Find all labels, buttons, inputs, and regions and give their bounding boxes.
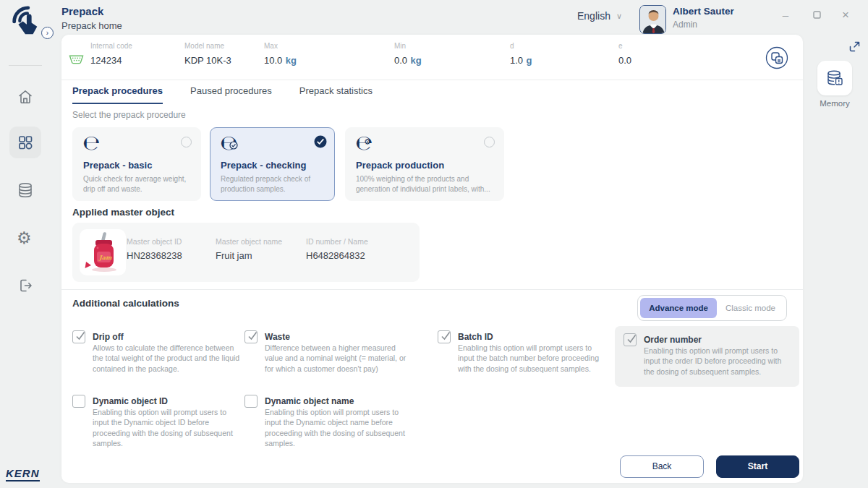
serial-connector-icon [69, 54, 84, 68]
field-value: KDP 10K-3 [184, 55, 231, 66]
checkbox-checked-icon[interactable] [244, 330, 258, 343]
field-label: e [618, 42, 631, 50]
option-description: Enabling this option will prompt users t… [644, 346, 793, 377]
tab-paused-procedures[interactable]: Paused procedures [190, 85, 272, 104]
sidebar-item-apps[interactable] [17, 134, 34, 151]
selected-check-badge [314, 135, 327, 148]
window-minimize-button[interactable]: – [778, 7, 793, 23]
procedure-card-production[interactable]: ℮ ⚙ Prepack production 100% weighing of … [345, 127, 504, 201]
option-dynamic-object-id: Dynamic object IDEnabling this option wi… [72, 394, 242, 449]
breadcrumb: Prepack home [61, 20, 122, 31]
left-sidebar: ⚙ KERN [0, 0, 51, 488]
field-unit: kg [286, 55, 297, 66]
device-field-max: Max 10.0 kg [264, 42, 297, 67]
sidebar-divider [9, 65, 42, 66]
device-field-d: d 1.0 g [510, 42, 532, 67]
additional-calculations-heading: Additional calculations [72, 298, 179, 309]
sidebar-item-settings[interactable]: ⚙ [17, 228, 32, 248]
option-title: Dynamic object name [265, 396, 354, 406]
master-object-name-field: Master object name Fruit jam [216, 237, 282, 262]
start-button[interactable]: Start [716, 455, 799, 478]
option-batch-id: Batch IDEnabling this option will prompt… [438, 330, 608, 374]
option-description: Enabling this option will prompt users t… [265, 407, 414, 449]
home-icon [17, 88, 34, 106]
option-description: Difference between a higher measured val… [265, 343, 414, 374]
procedure-card-basic[interactable]: ℮ Prepack - basic Quick check for averag… [72, 127, 201, 201]
expand-panel-button[interactable] [848, 40, 861, 53]
window-maximize-button[interactable] [809, 7, 825, 23]
field-label: Internal code [90, 42, 132, 50]
master-object-id-field: Master object ID HN28368238 [127, 237, 182, 262]
procedure-title: Prepack production [356, 160, 444, 171]
main-panel: Internal code 124234 Model name KDP 10K-… [61, 35, 803, 483]
checkbox-unchecked-icon[interactable] [244, 395, 258, 408]
field-unit: kg [411, 55, 422, 66]
procedure-card-checking[interactable]: ℮ Prepack - checking Regulated prepack c… [210, 127, 335, 201]
field-label: Master object name [216, 237, 282, 246]
sidebar-item-home[interactable] [17, 88, 34, 106]
option-waste: WasteDifference between a higher measure… [244, 330, 414, 374]
language-selector[interactable]: English ∨ [577, 10, 622, 22]
option-title: Waste [265, 332, 290, 342]
field-label: d [510, 42, 532, 50]
expand-icon [848, 40, 861, 53]
option-title: Batch ID [458, 332, 493, 342]
field-label: Model name [184, 42, 231, 50]
field-value: 0.0 [394, 55, 407, 66]
gear-mini-icon: ⚙ [364, 137, 371, 147]
chevron-right-icon: › [46, 29, 48, 37]
sidebar-item-logout[interactable] [17, 277, 34, 294]
field-value: 10.0 [264, 55, 282, 66]
classic-mode-button[interactable]: Classic mode [717, 298, 784, 318]
option-drip-off: Drip offAllows to calculate the differen… [72, 330, 242, 374]
field-label: ID number / Name [306, 237, 368, 246]
procedure-description: 100% weighing of the products and genera… [356, 174, 498, 194]
field-label: Min [394, 42, 422, 50]
back-button[interactable]: Back [620, 455, 704, 478]
option-title: Drip off [93, 332, 124, 342]
app-touch-logo-icon [9, 4, 42, 40]
device-field-internal-code: Internal code 124234 [90, 42, 132, 67]
checkbox-unchecked-icon[interactable] [72, 395, 85, 408]
master-object-idnumber-field: ID number / Name H6482864832 [306, 237, 368, 262]
checkbox-checked-icon[interactable] [72, 330, 85, 343]
sidebar-item-database[interactable] [17, 181, 34, 199]
gear-icon: ⚙ [17, 228, 32, 247]
memory-button[interactable] [817, 61, 852, 95]
divider [61, 80, 803, 80]
tab-bar: Prepack procedures Paused procedures Pre… [72, 85, 373, 104]
option-title: Order number [644, 335, 702, 345]
svg-text:Jam: Jam [98, 254, 112, 261]
user-role: Admin [673, 20, 697, 30]
advance-mode-button[interactable]: Advance mode [640, 298, 717, 318]
maximize-icon [813, 11, 821, 19]
checkbox-checked-icon[interactable] [624, 333, 637, 346]
field-label: Max [264, 42, 297, 50]
procedure-description: Quick check for average weight, drip off… [83, 174, 195, 194]
e-sign-icon: ℮ [82, 131, 100, 155]
device-field-min: Min 0.0 kg [394, 42, 422, 67]
memory-label: Memory [809, 99, 861, 108]
field-value: HN28368238 [127, 250, 182, 261]
sidebar-collapse-button[interactable]: › [41, 27, 54, 39]
divider [61, 289, 803, 290]
database-icon [17, 181, 34, 199]
kern-brand-logo: KERN [6, 467, 40, 481]
option-title: Dynamic object ID [93, 396, 168, 406]
tab-prepack-procedures[interactable]: Prepack procedures [72, 85, 163, 104]
apps-grid-icon [17, 134, 34, 151]
memory-database-icon [825, 69, 844, 87]
field-value: H6482864832 [306, 250, 365, 261]
field-value: Fruit jam [216, 250, 252, 261]
avatar[interactable] [639, 5, 666, 34]
field-value: 0.0 [618, 55, 631, 66]
scale-switch-button[interactable] [765, 46, 788, 69]
field-unit: g [527, 55, 532, 66]
radio-unselected-icon[interactable] [181, 137, 192, 147]
master-object-heading: Applied master object [72, 207, 174, 218]
option-order-number: Order numberEnabling this option will pr… [624, 333, 793, 377]
radio-unselected-icon[interactable] [484, 137, 495, 147]
checkbox-checked-icon[interactable] [438, 330, 451, 343]
window-close-button[interactable]: × [838, 7, 854, 23]
tab-prepack-statistics[interactable]: Prepack statistics [299, 85, 373, 104]
